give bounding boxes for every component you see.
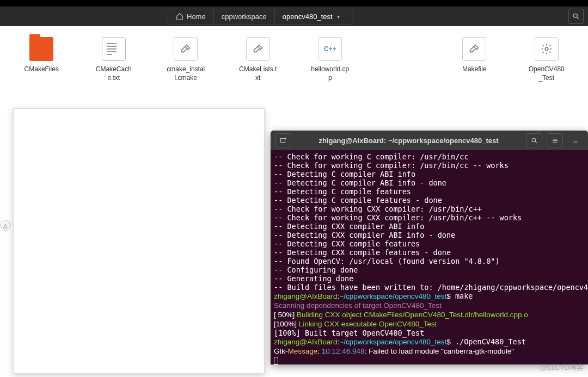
terminal-titlebar: zhigang@AIxBoard: ~/cppworkspace/opencv4… [271,131,588,150]
terminal-output[interactable]: -- Check for working C compiler: /usr/bi… [271,150,588,364]
search-icon [531,137,538,144]
file-label: OpenCV480_Test [527,65,567,82]
terminal-menu-button[interactable] [547,133,563,147]
file-item[interactable]: Makefile [455,37,494,82]
file-label: CMakeFiles [24,65,59,74]
file-item[interactable]: OpenCV480_Test [527,37,567,82]
breadcrumb-home-label: Home [187,13,206,21]
svg-point-3 [532,138,536,141]
breadcrumb: Home cppworkspace opencv480_test ▾ [168,9,353,24]
minimize-icon [572,137,579,144]
minimize-button[interactable] [567,133,584,147]
terminal-search-button[interactable] [526,133,542,147]
new-tab-icon [279,137,287,144]
breadcrumb-seg-opencv480[interactable]: opencv480_test ▾ [274,9,353,24]
file-item[interactable] [383,37,422,82]
file-label: CMakeCache.txt [94,65,134,82]
file-grid: CMakeFilesCMakeCache.txtcmake_install.cm… [0,26,588,93]
watermark: @51CTO博客 [540,363,584,373]
file-item[interactable]: C++helloworld.cpp [310,37,350,82]
chevron-down-icon[interactable]: ▾ [336,14,345,20]
search-icon [572,13,580,20]
top-menu-bar [0,0,588,7]
image-viewer-window[interactable] [13,108,265,374]
file-item[interactable]: CMakeLists.txt [238,37,278,82]
terminal-title: zhigang@AIxBoard: ~/cppworkspace/opencv4… [296,137,522,145]
file-item[interactable]: CMakeCache.txt [94,37,134,82]
svg-point-0 [573,14,577,17]
file-label: helloworld.cpp [310,65,350,82]
new-tab-button[interactable] [275,133,291,147]
search-button[interactable] [568,9,584,24]
home-icon [176,13,183,20]
file-manager-header: Home cppworkspace opencv480_test ▾ [0,7,588,26]
file-item[interactable]: CMakeFiles [22,37,62,82]
file-item[interactable]: cmake_install.cmake [166,37,206,82]
file-label: Makefile [462,65,487,74]
terminal-window: zhigang@AIxBoard: ~/cppworkspace/opencv4… [271,131,588,364]
breadcrumb-current-label: opencv480_test [283,13,333,21]
sidebar-toggle[interactable]: △ [0,220,11,231]
svg-point-1 [545,47,548,51]
file-label: cmake_install.cmake [166,65,206,82]
breadcrumb-home[interactable]: Home [168,9,213,24]
breadcrumb-seg-cppworkspace[interactable]: cppworkspace [213,9,274,24]
file-label: CMakeLists.txt [238,65,278,82]
hamburger-icon [552,137,559,144]
svg-rect-2 [280,139,285,143]
